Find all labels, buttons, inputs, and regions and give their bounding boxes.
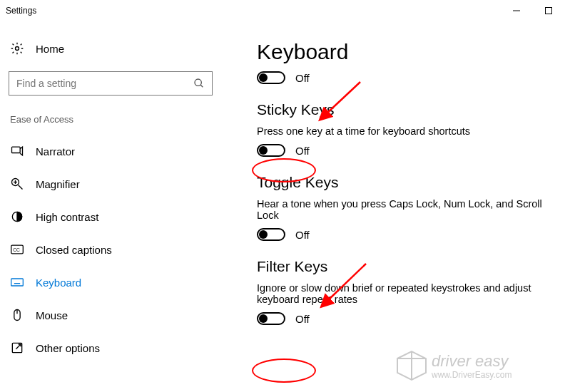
filter-keys-desc: Ignore or slow down brief or repeated ke…	[257, 282, 561, 305]
svg-rect-1	[545, 8, 551, 14]
sidebar-item-label: Mouse	[36, 309, 68, 321]
toggle-label: Off	[295, 229, 310, 241]
sidebar-item-other-options[interactable]: Other options	[7, 331, 214, 364]
sidebar-item-label: Closed captions	[36, 244, 112, 256]
cc-icon: CC	[10, 242, 24, 257]
minimize-button[interactable]	[500, 0, 532, 21]
keyboard-icon	[10, 275, 24, 289]
toggle-switch[interactable]	[257, 228, 285, 241]
toggle-label: Off	[295, 72, 310, 84]
gear-icon	[10, 41, 24, 56]
magnifier-icon	[10, 177, 24, 191]
sticky-keys-heading: Sticky Keys	[257, 101, 561, 118]
search-icon	[193, 78, 205, 89]
svg-rect-5	[12, 147, 21, 153]
svg-line-7	[19, 185, 23, 190]
toggle-keys-heading: Toggle Keys	[257, 174, 561, 191]
export-icon	[10, 341, 24, 355]
sticky-keys-toggle[interactable]: Off	[257, 144, 561, 157]
svg-point-2	[16, 47, 19, 51]
sidebar-item-label: Keyboard	[36, 277, 81, 289]
sidebar-item-label: Narrator	[36, 145, 75, 158]
toggle-switch[interactable]	[257, 71, 285, 84]
sidebar-item-mouse[interactable]: Mouse	[7, 299, 214, 331]
toggle-keys-desc: Hear a tone when you press Caps Lock, Nu…	[257, 198, 561, 221]
narrator-icon	[10, 144, 24, 158]
sidebar-item-label: Magnifier	[36, 178, 80, 190]
toggle-keys-toggle[interactable]: Off	[257, 228, 561, 241]
keyboard-master-toggle[interactable]: Off	[257, 71, 561, 84]
sidebar: Home Ease of Access Narrator Magnifier	[0, 21, 221, 392]
toggle-switch[interactable]	[257, 312, 285, 325]
sidebar-item-closed-captions[interactable]: CC Closed captions	[7, 233, 214, 266]
sidebar-item-label: High contrast	[36, 211, 98, 223]
category-label: Ease of Access	[7, 114, 214, 135]
home-link[interactable]: Home	[7, 36, 214, 61]
sticky-keys-desc: Press one key at a time for keyboard sho…	[257, 125, 561, 137]
search-box[interactable]	[9, 71, 213, 96]
main-content: Keyboard Off Sticky Keys Press one key a…	[221, 21, 570, 392]
svg-line-4	[200, 85, 203, 87]
page-title: Keyboard	[257, 40, 561, 64]
filter-keys-toggle[interactable]: Off	[257, 312, 561, 325]
contrast-icon	[10, 210, 24, 224]
window-title: Settings	[6, 6, 500, 16]
svg-point-3	[195, 79, 201, 86]
home-label: Home	[36, 43, 64, 55]
sidebar-item-label: Other options	[36, 342, 100, 354]
sidebar-item-magnifier[interactable]: Magnifier	[7, 167, 214, 200]
svg-text:CC: CC	[13, 247, 20, 252]
sidebar-item-keyboard[interactable]: Keyboard	[7, 266, 214, 299]
sidebar-item-narrator[interactable]: Narrator	[7, 135, 214, 167]
sidebar-item-high-contrast[interactable]: High contrast	[7, 200, 214, 233]
toggle-label: Off	[295, 313, 310, 325]
filter-keys-heading: Filter Keys	[257, 258, 561, 275]
toggle-label: Off	[295, 145, 310, 157]
svg-rect-13	[11, 279, 24, 286]
titlebar: Settings	[0, 0, 570, 21]
mouse-icon	[10, 308, 24, 322]
toggle-switch[interactable]	[257, 144, 285, 157]
maximize-button[interactable]	[532, 0, 564, 21]
search-input[interactable]	[16, 78, 193, 89]
